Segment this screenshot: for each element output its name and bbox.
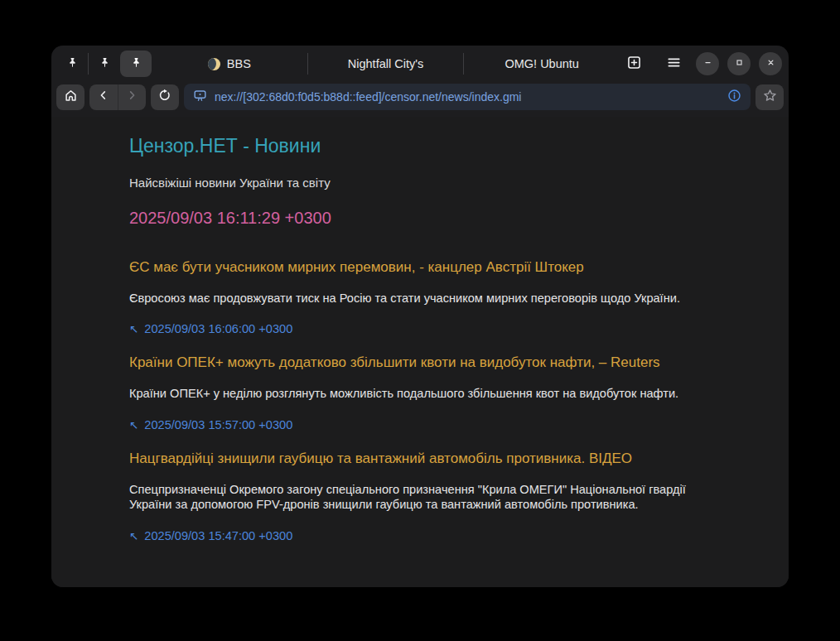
article-link[interactable]: ↖2025/09/03 15:47:00 +0300 — [129, 529, 709, 542]
tab-label: Nightfall City's — [348, 57, 423, 70]
article-summary: Євросоюз має продовжувати тиск на Росію … — [129, 291, 709, 306]
article-heading: ЄС має бути учасником мирних перемовин, … — [129, 259, 709, 276]
forward-icon — [124, 88, 139, 106]
article-link-label: 2025/09/03 16:06:00 +0300 — [144, 322, 292, 335]
tab-strip: BBS Nightfall City's OMG! Ubuntu — [152, 46, 620, 82]
pushpin-icon — [66, 56, 79, 72]
page-title: Цензор.НЕТ - Новини — [129, 135, 709, 157]
history-nav-group — [89, 84, 146, 110]
article-link-label: 2025/09/03 15:47:00 +0300 — [144, 529, 292, 542]
feed-timestamp-heading: 2025/09/03 16:11:29 +0300 — [129, 209, 709, 228]
minimize-button[interactable] — [696, 52, 719, 75]
pushpin-icon — [99, 56, 111, 72]
page-content: Цензор.НЕТ - Новини Найсвіжіші новини Ук… — [51, 117, 789, 587]
article-link[interactable]: ↖2025/09/03 15:57:00 +0300 — [129, 418, 709, 431]
reload-icon — [157, 88, 172, 106]
url-bar[interactable]: nex://[302:68d0:f0d5:b88d::feed]/censor.… — [184, 84, 751, 110]
pinned-tab-3-active[interactable] — [120, 51, 152, 77]
star-icon — [762, 88, 778, 107]
home-button[interactable] — [56, 84, 84, 110]
maximize-button[interactable] — [727, 52, 751, 75]
minimize-icon — [702, 56, 714, 72]
browser-window: BBS Nightfall City's OMG! Ubuntu — [51, 46, 789, 587]
article-summary: Спецпризначенці Окремого загону спеціаль… — [129, 482, 709, 513]
tab-bbs[interactable]: BBS — [152, 46, 307, 82]
news-article: Нацгвардійці знищили гаубицю та вантажни… — [129, 451, 709, 542]
article-link[interactable]: ↖2025/09/03 16:06:00 +0300 — [129, 322, 709, 335]
close-icon — [765, 56, 777, 72]
page-subtitle: Найсвіжіші новини України та світу — [129, 176, 709, 190]
back-icon — [96, 88, 111, 106]
bookmark-button[interactable] — [756, 84, 784, 110]
article-heading: Нацгвардійці знищили гаубицю та вантажни… — [129, 451, 709, 467]
link-arrow-icon: ↖ — [129, 530, 138, 542]
reload-button[interactable] — [151, 84, 179, 110]
tab-nightfall-citys[interactable]: Nightfall City's — [308, 46, 464, 82]
link-arrow-icon: ↖ — [129, 419, 138, 431]
new-tab-icon — [625, 54, 643, 75]
close-button[interactable] — [759, 52, 782, 75]
title-bar: BBS Nightfall City's OMG! Ubuntu — [51, 46, 789, 82]
hamburger-menu-icon — [665, 54, 683, 75]
link-arrow-icon: ↖ — [129, 323, 138, 335]
menu-button[interactable] — [659, 51, 688, 77]
tab-omg-ubuntu[interactable]: OMG! Ubuntu — [464, 46, 620, 82]
back-button[interactable] — [89, 84, 118, 110]
navigation-bar: nex://[302:68d0:f0d5:b88d::feed]/censor.… — [51, 82, 789, 117]
maximize-icon — [733, 56, 746, 72]
tab-label: OMG! Ubuntu — [504, 57, 578, 70]
pushpin-icon — [130, 56, 142, 72]
forward-button[interactable] — [118, 84, 146, 110]
article-link-label: 2025/09/03 15:57:00 +0300 — [144, 418, 292, 431]
home-icon — [63, 88, 79, 107]
page-info-icon[interactable] — [727, 88, 742, 107]
url-text[interactable]: nex://[302:68d0:f0d5:b88d::feed]/censor.… — [215, 90, 720, 104]
news-article: Країни ОПЕК+ можуть додатково збільшити … — [129, 354, 709, 431]
tab-label: BBS — [227, 57, 251, 70]
crescent-moon-favicon-icon — [208, 58, 220, 70]
article-heading: Країни ОПЕК+ можуть додатково збільшити … — [129, 354, 709, 371]
pinned-tab-1[interactable] — [56, 51, 88, 77]
terminal-monitor-icon — [192, 88, 208, 107]
new-tab-button[interactable] — [620, 51, 648, 77]
pinned-tab-2[interactable] — [89, 51, 120, 77]
article-summary: Країни ОПЕК+ у неділю розглянуть можливі… — [129, 386, 709, 401]
news-article: ЄС має бути учасником мирних перемовин, … — [129, 259, 709, 335]
